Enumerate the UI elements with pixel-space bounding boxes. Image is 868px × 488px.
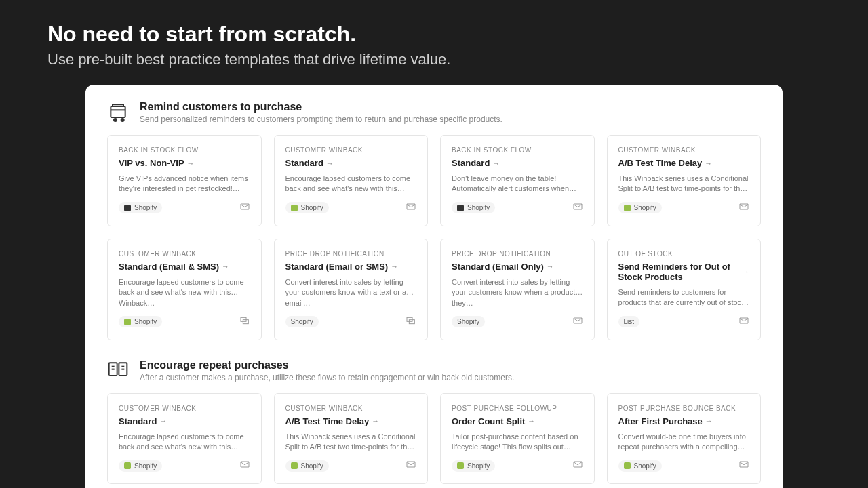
section-title: Encourage repeat purchases [140,359,514,371]
template-card[interactable]: CUSTOMER WINBACK A/B Test Time Delay → T… [274,393,429,485]
section-subtitle: Send personalized reminders to customers… [140,115,502,124]
card-footer: Shopify [618,459,750,472]
template-card[interactable]: BACK IN STOCK FLOW VIP vs. Non-VIP → Giv… [107,135,262,226]
card-title[interactable]: After First Purchase → [618,416,750,426]
card-title[interactable]: Send Reminders for Out of Stock Products… [618,262,750,282]
mail-icon [239,459,250,472]
arrow-right-icon: → [742,268,749,276]
mail-icon [738,201,749,215]
template-card[interactable]: CUSTOMER WINBACK Standard → Encourage la… [274,135,429,226]
integration-tag: Shopify [119,316,162,327]
channel-icons [572,315,583,329]
card-description: Encourage lapsed customers to come back … [119,432,250,453]
card-title[interactable]: Standard → [285,158,417,168]
hero-subtitle: Use pre-built best practice templates th… [47,51,821,68]
channel-icons [406,201,416,215]
tag-dot-icon [624,462,631,469]
card-category: BACK IN STOCK FLOW [452,146,583,154]
template-card[interactable]: CUSTOMER WINBACK Standard (Email & SMS) … [107,239,262,340]
template-grid: BACK IN STOCK FLOW VIP vs. Non-VIP → Giv… [107,135,761,340]
arrow-right-icon: → [705,159,712,167]
template-card[interactable]: CUSTOMER WINBACK Standard → Encourage la… [107,393,262,485]
template-card[interactable]: CUSTOMER WINBACK A/B Test Time Delay → T… [607,135,762,226]
card-footer: Shopify [285,459,417,472]
card-title-text: Standard (Email Only) [452,262,544,272]
tag-dot-icon [457,205,464,211]
mail-icon [738,315,749,329]
channel-icons [239,315,250,329]
mail-icon [572,315,583,329]
card-description: Don't leave money on the table! Automati… [452,174,583,195]
tag-label: Shopify [634,204,656,211]
integration-tag: Shopify [285,316,319,327]
multi-icon [239,315,250,329]
card-description: Tailor post-purchase content based on li… [452,432,583,453]
svg-point-2 [121,119,124,121]
cart-icon [107,101,129,123]
template-card[interactable]: PRICE DROP NOTIFICATION Standard (Email … [274,239,429,340]
mail-icon [406,459,416,472]
arrow-right-icon: → [372,417,379,425]
card-title[interactable]: Standard (Email or SMS) → [285,262,417,272]
section-title: Remind customers to purchase [140,101,502,113]
card-description: Convert interest into sales by letting y… [452,277,583,308]
tag-label: Shopify [134,204,157,211]
integration-tag: List [618,316,640,327]
template-card[interactable]: POST-PURCHASE BOUNCE BACK After First Pu… [607,393,762,485]
card-description: This Winback series uses a Conditional S… [618,174,750,195]
card-description: Encourage lapsed customers to come back … [119,277,250,308]
card-title[interactable]: A/B Test Time Delay → [618,158,750,168]
card-title-text: After First Purchase [618,416,703,426]
channel-icons [738,201,749,215]
card-category: POST-PURCHASE BOUNCE BACK [618,405,750,412]
tag-label: Shopify [467,204,490,211]
arrow-right-icon: → [547,262,554,270]
card-title-text: A/B Test Time Delay [618,158,703,168]
card-title[interactable]: Standard (Email Only) → [452,262,583,272]
card-title[interactable]: Standard → [452,158,583,168]
arrow-right-icon: → [159,417,167,425]
card-title[interactable]: Order Count Split → [452,416,583,426]
card-footer: Shopify [119,315,250,329]
channel-icons [572,459,583,472]
svg-rect-0 [111,106,125,117]
tag-label: Shopify [291,318,313,325]
card-title[interactable]: Standard (Email & SMS) → [119,262,250,272]
card-title-text: Standard [119,416,157,426]
template-card[interactable]: POST-PURCHASE FOLLOWUP Order Count Split… [440,393,595,485]
template-card[interactable]: BACK IN STOCK FLOW Standard → Don't leav… [440,135,595,226]
tag-label: Shopify [301,204,323,211]
integration-tag: Shopify [285,202,329,214]
card-title[interactable]: A/B Test Time Delay → [285,416,417,426]
integration-tag: Shopify [618,460,662,472]
arrow-right-icon: → [222,262,229,270]
card-title[interactable]: VIP vs. Non-VIP → [119,158,250,168]
svg-point-1 [114,119,117,121]
card-footer: Shopify [452,315,583,329]
channel-icons [406,315,416,329]
channel-icons [406,459,416,472]
card-footer: Shopify [119,459,250,472]
card-category: CUSTOMER WINBACK [618,146,750,154]
integration-tag: Shopify [119,202,162,214]
card-description: Give VIPs advanced notice when items the… [119,174,250,195]
card-footer: Shopify [285,201,417,215]
channel-icons [239,459,250,472]
card-description: Convert would-be one time buyers into re… [618,432,750,453]
card-title-text: A/B Test Time Delay [285,416,370,426]
tag-label: List [624,318,635,325]
card-category: POST-PURCHASE FOLLOWUP [452,405,583,412]
template-grid: CUSTOMER WINBACK Standard → Encourage la… [107,393,761,485]
template-card[interactable]: PRICE DROP NOTIFICATION Standard (Email … [440,239,595,340]
tag-dot-icon [624,205,631,211]
card-title[interactable]: Standard → [119,416,250,426]
tag-label: Shopify [134,318,157,325]
section-header: Encourage repeat purchases After a custo… [107,359,761,382]
section-subtitle: After a customer makes a purchase, utili… [140,373,514,382]
integration-tag: Shopify [618,202,662,214]
template-card[interactable]: OUT OF STOCK Send Reminders for Out of S… [607,239,762,340]
integration-tag: Shopify [285,460,329,472]
mail-icon [406,201,416,215]
book-icon [107,359,129,381]
integration-tag: Shopify [119,460,162,472]
